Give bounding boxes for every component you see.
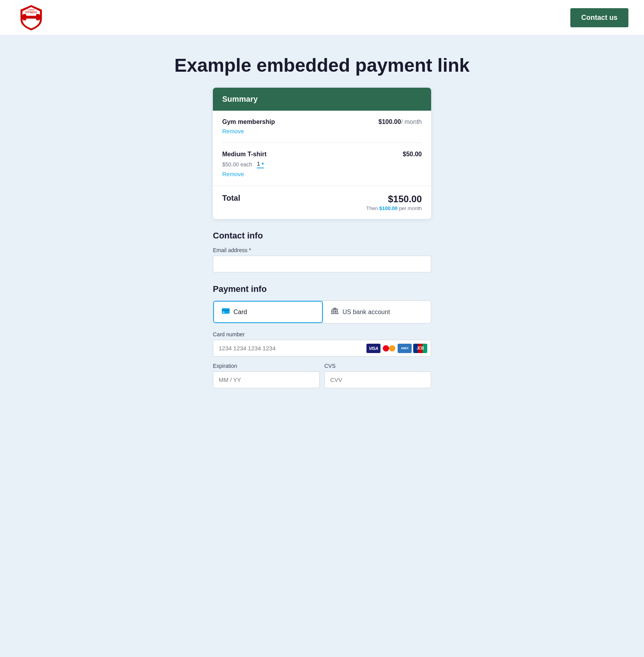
main-content: Summary Gym membership $100.00/ month Re… <box>205 88 439 423</box>
cvv-label: CVS <box>324 363 431 369</box>
svg-rect-10 <box>223 312 225 313</box>
quantity-value: 1 <box>257 160 260 167</box>
page-title-section: Example embedded payment link <box>0 35 644 88</box>
svg-rect-0 <box>25 16 37 19</box>
visa-logo: VISA <box>366 344 380 353</box>
summary-card: Summary Gym membership $100.00/ month Re… <box>213 88 431 219</box>
each-price: $50.00 each <box>222 161 252 168</box>
tab-bank-account[interactable]: US bank account <box>323 301 431 323</box>
quantity-selector[interactable]: 1 ▾ <box>257 160 264 168</box>
payment-tabs: Card US bank account <box>213 300 431 323</box>
total-section: Total $150.00 Then $100.00 per month <box>213 185 431 219</box>
email-label: Email address * <box>213 247 431 253</box>
chevron-down-icon: ▾ <box>262 161 264 166</box>
item-row: Medium T-shirt $50.00 <box>222 151 422 158</box>
svg-rect-16 <box>331 313 339 314</box>
contact-us-button[interactable]: Contact us <box>570 8 628 27</box>
svg-rect-3 <box>21 15 24 19</box>
svg-rect-12 <box>331 310 333 313</box>
item-name: Medium T-shirt <box>222 151 267 158</box>
expiry-cvv-row: Expiration CVS <box>213 363 431 388</box>
card-number-label: Card number <box>213 331 431 337</box>
amex-logo: AMEX <box>398 344 412 353</box>
card-logos: VISA AMEX JCB <box>366 344 427 353</box>
item-name: Gym membership <box>222 118 275 125</box>
mastercard-logo <box>382 344 396 353</box>
expiry-field: Expiration <box>213 363 320 388</box>
contact-info-title: Contact info <box>213 231 431 241</box>
bank-icon <box>331 307 339 316</box>
svg-rect-4 <box>39 15 41 19</box>
item-row: Gym membership $100.00/ month <box>222 118 422 125</box>
list-item: Gym membership $100.00/ month Remove <box>222 111 422 143</box>
email-input[interactable] <box>213 256 431 272</box>
cvv-field: CVS <box>324 363 431 388</box>
svg-marker-11 <box>331 307 339 310</box>
total-amount: $150.00 <box>366 194 422 205</box>
contact-info-section: Contact info Email address * <box>213 231 431 272</box>
expiry-label: Expiration <box>213 363 320 369</box>
summary-header: Summary <box>213 88 431 111</box>
total-label: Total <box>222 194 240 203</box>
logo: ★ ★ ★ FITNESS LOGO <box>16 2 47 33</box>
quantity-row: $50.00 each 1 ▾ <box>222 160 422 168</box>
remove-tshirt-button[interactable]: Remove <box>222 171 244 177</box>
line-items: Gym membership $100.00/ month Remove Med… <box>213 111 431 185</box>
list-item: Medium T-shirt $50.00 $50.00 each 1 ▾ Re… <box>222 143 422 185</box>
item-price: $100.00/ month <box>379 118 422 125</box>
total-amount-block: $150.00 Then $100.00 per month <box>366 194 422 211</box>
svg-text:FITNESS: FITNESS <box>25 11 37 14</box>
tab-card-label: Card <box>234 309 247 316</box>
credit-card-icon <box>222 308 230 316</box>
item-price: $50.00 <box>403 151 422 158</box>
jcb-logo: JCB <box>413 344 427 353</box>
total-row: Total $150.00 Then $100.00 per month <box>222 194 422 211</box>
svg-rect-14 <box>335 310 336 313</box>
svg-rect-15 <box>336 310 338 313</box>
remove-gym-button[interactable]: Remove <box>222 128 244 134</box>
card-number-field: Card number VISA AMEX J <box>213 331 431 357</box>
total-recurring: Then $100.00 per month <box>366 205 422 211</box>
page-title: Example embedded payment link <box>8 55 636 76</box>
svg-rect-9 <box>222 310 230 311</box>
payment-info-title: Payment info <box>213 284 431 294</box>
expiry-input[interactable] <box>213 371 320 388</box>
svg-text:★ ★ ★: ★ ★ ★ <box>27 25 35 28</box>
tab-card[interactable]: Card <box>213 301 323 323</box>
cvv-input[interactable] <box>324 371 431 388</box>
fitness-logo-icon: ★ ★ ★ FITNESS LOGO <box>17 4 45 32</box>
payment-info-section: Payment info Card <box>213 284 431 388</box>
header: ★ ★ ★ FITNESS LOGO Contact us <box>0 0 644 35</box>
svg-text:LOGO: LOGO <box>28 9 35 11</box>
tab-bank-label: US bank account <box>343 309 390 316</box>
svg-rect-13 <box>333 310 334 313</box>
